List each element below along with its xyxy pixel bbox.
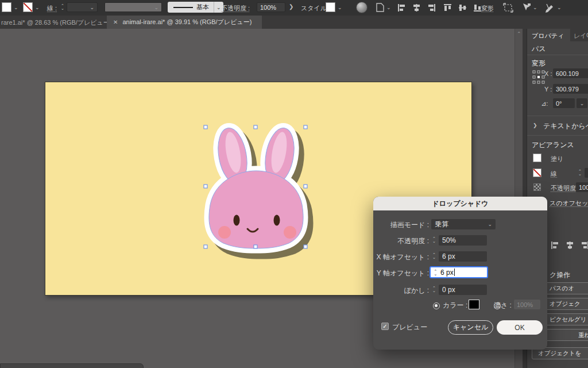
x-offset-field[interactable]: 6 px [439, 251, 487, 262]
style-dropdown-icon[interactable]: ⌄ [338, 5, 342, 10]
shadow-color-swatch[interactable] [469, 300, 479, 309]
document-tab-bar: rare1.ai* @ 28.63 % (RGB/プレビュー) ✕ animal… [0, 16, 588, 29]
fill-dropdown-icon[interactable]: ⌄ [14, 5, 18, 10]
text-to-vector-label[interactable]: テキストからベク [543, 121, 588, 131]
opacity-field[interactable]: 100% [257, 2, 285, 12]
stroke-stepper[interactable]: ⌃⌄ [577, 170, 583, 175]
blur-stepper[interactable]: ⌃⌄ [431, 286, 437, 292]
tab-document-1[interactable]: rare1.ai* @ 28.63 % (RGB/プレビュー) [1, 18, 112, 27]
x-field[interactable]: 600.109 [553, 68, 588, 78]
blur-label: ぼかし : [373, 286, 429, 296]
ok-button[interactable]: OK [497, 320, 543, 335]
angle-field[interactable]: 0° [553, 98, 575, 108]
style-swatch[interactable] [326, 2, 335, 12]
edit-shape-icon[interactable] [544, 2, 555, 13]
y-field[interactable]: 300.979 [553, 84, 588, 94]
scroll-up-icon[interactable]: ⌃ [517, 31, 521, 37]
tab-document-2-label: animal-irare.ai* @ 39.91 % (RGB/プレビュー) [122, 18, 252, 26]
align-left-icon[interactable] [397, 3, 406, 12]
angle-icon: ⊿: [541, 100, 548, 108]
tab-close-icon[interactable]: ✕ [113, 19, 118, 25]
fill-color-swatch[interactable] [2, 2, 11, 12]
x-offset-label: X 軸オフセット : [373, 252, 429, 262]
blend-mode-label: 描画モード : [373, 220, 429, 230]
quick-action-pixel-grid[interactable]: ピクセルグリ [543, 313, 588, 325]
document-setup-icon[interactable] [375, 3, 385, 12]
bounding-box-icon[interactable] [503, 3, 513, 13]
stroke-field[interactable] [585, 168, 588, 178]
quick-action-offset-path[interactable]: パスのオ [543, 282, 588, 294]
isolate-selection-icon[interactable] [521, 2, 531, 13]
offset-path-button[interactable]: スのオフセッ [550, 199, 588, 208]
opacity-icon [533, 183, 541, 191]
brush-dropdown-icon[interactable]: ⌄ [216, 5, 221, 10]
x-label: X : [544, 70, 552, 77]
reference-point-icon[interactable] [532, 70, 545, 85]
status-bar-edge [0, 363, 144, 368]
quick-action-object[interactable]: オブジェク [543, 298, 588, 310]
opacity-expand-icon[interactable]: ❯ [289, 4, 293, 10]
align-top-icon[interactable] [443, 3, 452, 12]
align-bottom-icon[interactable] [473, 3, 482, 12]
appearance-section-label: アピアランス [532, 140, 574, 150]
preview-checkbox[interactable]: ✓ [381, 323, 389, 330]
brush-definition[interactable]: 基本 ⌄ [168, 2, 223, 13]
fill-label: 塗り [551, 155, 563, 163]
color-radio[interactable] [433, 302, 440, 309]
panel-align-center-icon[interactable] [566, 241, 574, 250]
tab-document-2[interactable]: ✕ animal-irare.ai* @ 39.91 % (RGB/プレビュー) [107, 16, 262, 29]
blur-field[interactable]: 0 px [439, 285, 487, 295]
stroke-line-icon [173, 7, 193, 8]
cancel-button[interactable]: キャンセル [448, 320, 493, 335]
panel-align-right-icon[interactable] [581, 241, 588, 250]
quick-action-arrange[interactable]: 重ね [543, 329, 588, 341]
variable-width-profile[interactable]: ⌄ [105, 2, 162, 12]
dialog-title: ドロップシャドウ [373, 197, 547, 210]
control-bar: ⌄ ⌄ 線 : ⌃⌄ ⌄ ⌄ 基本 ⌄ 不透明度 : 100% ❯ スタイル :… [0, 0, 588, 16]
angle-dropdown[interactable]: ⌄ [577, 98, 587, 108]
document-dropdown-icon[interactable]: ⌄ [386, 5, 391, 10]
stroke-weight-stepper[interactable]: ⌃⌄ [60, 4, 65, 10]
align-middle-icon[interactable] [458, 3, 467, 12]
recolor-artwork-icon[interactable] [356, 2, 368, 13]
blend-mode-select[interactable]: 乗算 ⌄ [431, 219, 496, 229]
stroke-swatch[interactable] [533, 168, 541, 177]
panel-tab-row: プロパティ レイ C [527, 29, 588, 41]
expand-icon[interactable]: ❯ [533, 122, 537, 128]
x-offset-stepper[interactable]: ⌃⌄ [431, 253, 437, 259]
stroke-color-swatch[interactable] [23, 2, 33, 12]
brush-basic-label: 基本 [196, 3, 209, 12]
path-label: パス [532, 44, 546, 54]
quick-actions-label: ク操作 [550, 270, 570, 280]
stroke-weight-field[interactable]: ⌄ [67, 2, 98, 12]
edit-shape-dropdown-icon[interactable]: ⌄ [557, 5, 562, 10]
text-cursor [454, 269, 455, 276]
darkness-field: 100% [514, 300, 540, 309]
preview-label: プレビュー [392, 323, 427, 332]
align-center-icon[interactable] [412, 3, 421, 12]
align-right-icon[interactable] [427, 3, 436, 12]
tab-properties[interactable]: プロパティ [532, 32, 564, 40]
dlg-opacity-label: 不透明度 : [373, 236, 429, 246]
y-offset-label: Y 軸オフセット : [373, 269, 429, 278]
isolate-dropdown-icon[interactable]: ⌄ [533, 5, 537, 10]
blend-dropdown-icon: ⌄ [488, 221, 492, 227]
opacity-label[interactable]: 不透明度 : [221, 4, 250, 13]
y-offset-stepper[interactable]: ⌃⌄ [433, 270, 438, 275]
transform-button[interactable]: 変形 [481, 4, 494, 13]
fill-swatch[interactable] [533, 154, 541, 162]
stroke-weight-label[interactable]: 線 : [47, 4, 57, 13]
y-offset-field[interactable]: ⌃⌄ 6 px [430, 266, 488, 278]
stroke-dropdown-icon[interactable]: ⌄ [35, 5, 40, 10]
dlg-opacity-stepper[interactable]: ⌃⌄ [431, 237, 437, 243]
rabbit-sticker-artwork[interactable] [191, 111, 323, 266]
stroke-label: 線 [551, 170, 557, 178]
drop-shadow-dialog: ドロップシャドウ 描画モード : 乗算 ⌄ 不透明度 : ⌃⌄ 50% X 軸オ… [373, 197, 547, 350]
panel-opacity-field[interactable]: 100 [576, 182, 588, 192]
y-label: Y : [544, 86, 552, 93]
dlg-opacity-field[interactable]: 50% [439, 235, 487, 246]
panel-align-left-icon[interactable] [551, 241, 559, 250]
tab-layers[interactable]: レイ [574, 32, 587, 40]
illustrator-window: { "icons": { "down": "⌄", "up": "⌃", "ri… [0, 0, 588, 368]
panel-opacity-label[interactable]: 不透明度 [551, 184, 576, 193]
